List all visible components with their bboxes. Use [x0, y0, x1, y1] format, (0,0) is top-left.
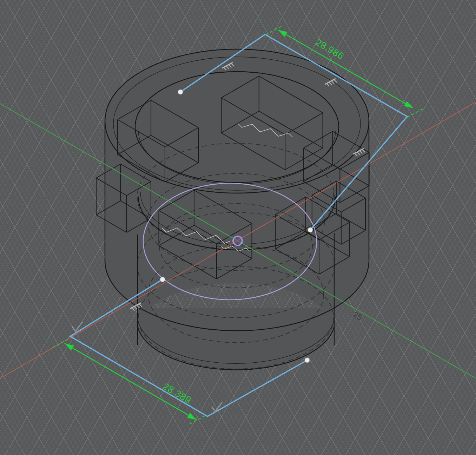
cad-viewport: 28.986 28.389 25 — [0, 0, 476, 455]
dimension-value-top[interactable]: 28.986 — [314, 37, 346, 61]
model-edge — [212, 402, 222, 411]
model-edge — [404, 101, 414, 108]
model-edge — [187, 413, 197, 420]
model-body-group — [105, 49, 369, 370]
sketch-point[interactable] — [308, 228, 313, 232]
model-edge — [278, 30, 287, 37]
model-edge — [233, 236, 242, 245]
origin-point[interactable] — [233, 236, 242, 245]
model-edge — [65, 343, 74, 350]
sketch-point[interactable] — [305, 358, 310, 363]
check-constraint-icon[interactable] — [212, 402, 222, 411]
sketch-point[interactable] — [178, 90, 183, 94]
model-canvas: 28.986 28.389 25 — [0, 0, 476, 455]
dimension-value-height[interactable]: 25 — [351, 310, 363, 322]
model-edge — [132, 308, 134, 311]
model-body[interactable] — [105, 49, 369, 327]
model-edge — [266, 25, 283, 35]
sketch-point[interactable] — [160, 277, 165, 282]
model-edge — [407, 108, 425, 117]
